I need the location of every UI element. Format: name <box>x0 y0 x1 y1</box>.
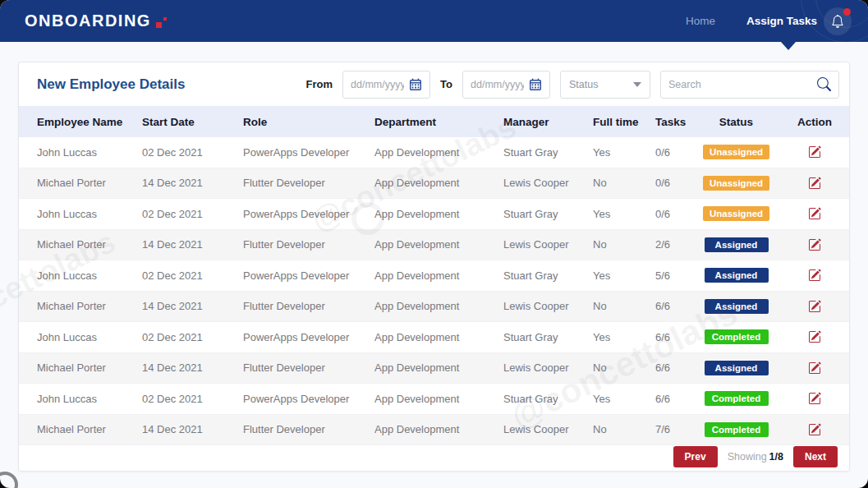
department-cell: App Development <box>374 269 503 282</box>
search-input[interactable] <box>668 79 812 90</box>
employee-name-cell: Michael Porter <box>37 300 142 312</box>
column-header-tasks: Tasks <box>655 116 692 128</box>
manager-cell: Stuart Gray <box>503 269 593 282</box>
table-row: Michael Porter 14 Dec 2021 Flutter Devel… <box>19 168 849 200</box>
column-header-manager: Manager <box>503 116 593 128</box>
notifications-button[interactable] <box>824 7 852 35</box>
edit-action-button[interactable] <box>806 360 823 376</box>
employee-name-cell: John Luccas <box>37 393 142 405</box>
edit-action-button[interactable] <box>806 175 823 191</box>
start-date-cell: 14 Dec 2021 <box>142 177 243 189</box>
manager-cell: Lewis Cooper <box>503 177 593 189</box>
status-cell: Completed <box>705 422 769 437</box>
status-select-value: Status <box>569 79 598 90</box>
status-cell: Completed <box>705 329 769 344</box>
brand-text: ONBOARDING <box>25 12 151 30</box>
action-cell <box>806 267 823 283</box>
prev-button[interactable]: Prev <box>673 446 718 467</box>
employee-name-cell: Michael Porter <box>37 361 142 374</box>
action-cell <box>806 175 823 191</box>
table-row: John Luccas 02 Dec 2021 PowerApps Develo… <box>19 260 849 292</box>
role-cell: PowerApps Developer <box>243 208 374 220</box>
from-date-input[interactable] <box>351 79 404 90</box>
manager-cell: Lewis Cooper <box>503 423 593 435</box>
calendar-icon[interactable] <box>529 78 542 91</box>
manager-cell: Lewis Cooper <box>503 300 593 312</box>
to-date-field <box>462 71 550 99</box>
brand-logo[interactable]: ONBOARDING <box>25 12 168 30</box>
edit-icon <box>808 177 821 190</box>
table-header: Employee NameStart DateRoleDepartmentMan… <box>19 106 849 137</box>
top-navbar: ONBOARDING HomeAssign Tasks <box>0 0 868 42</box>
edit-action-button[interactable] <box>806 298 823 315</box>
nav-link-home[interactable]: Home <box>686 15 715 27</box>
calendar-icon[interactable] <box>409 78 422 91</box>
pagination-bar: Prev Showing1/8 Next <box>19 445 849 472</box>
column-header-employee-name: Employee Name <box>37 116 142 128</box>
employee-details-card: New Employee Details From <box>18 62 850 472</box>
department-cell: App Development <box>374 238 503 251</box>
manager-cell: Stuart Gray <box>503 331 593 343</box>
employee-name-cell: Michael Porter <box>37 423 142 435</box>
action-cell <box>806 421 823 438</box>
edit-icon <box>808 300 821 313</box>
status-filter-select[interactable]: Status <box>560 71 650 99</box>
department-cell: App Development <box>374 300 503 312</box>
page-title: New Employee Details <box>37 76 185 93</box>
full-time-cell: Yes <box>593 269 655 282</box>
start-date-cell: 02 Dec 2021 <box>142 146 243 159</box>
table-row: Michael Porter 14 Dec 2021 Flutter Devel… <box>19 230 849 261</box>
to-date-input[interactable] <box>471 79 524 90</box>
status-badge: Completed <box>705 329 769 344</box>
tasks-cell: 2/6 <box>655 238 692 251</box>
full-time-cell: No <box>593 423 655 435</box>
edit-action-button[interactable] <box>806 205 823 222</box>
column-header-role: Role <box>243 116 374 128</box>
edit-icon <box>808 330 821 343</box>
status-cell: Unassigned <box>703 176 769 191</box>
tasks-cell: 6/6 <box>655 393 692 405</box>
start-date-cell: 14 Dec 2021 <box>142 423 243 435</box>
table-row: John Luccas 02 Dec 2021 PowerApps Develo… <box>19 322 849 353</box>
department-cell: App Development <box>374 208 503 220</box>
edit-action-button[interactable] <box>806 237 823 253</box>
manager-cell: Stuart Gray <box>503 208 593 220</box>
search-icon[interactable] <box>817 77 831 91</box>
status-badge: Completed <box>705 391 769 406</box>
department-cell: App Development <box>374 423 503 435</box>
next-button[interactable]: Next <box>793 446 838 467</box>
role-cell: PowerApps Developer <box>243 146 374 159</box>
status-badge: Assigned <box>705 237 769 252</box>
status-badge: Unassigned <box>703 206 769 221</box>
edit-action-button[interactable] <box>806 329 823 345</box>
tasks-cell: 6/6 <box>655 361 692 374</box>
showing-label: Showing <box>728 451 767 463</box>
edit-icon <box>808 361 821 375</box>
app-window: ONBOARDING HomeAssign Tasks @concettolab… <box>0 0 868 488</box>
page-indicator: 1/8 <box>769 451 783 463</box>
edit-action-button[interactable] <box>806 421 823 438</box>
edit-action-button[interactable] <box>806 144 823 160</box>
full-time-cell: No <box>593 177 655 189</box>
edit-icon <box>808 207 821 220</box>
action-cell <box>806 329 823 345</box>
employee-name-cell: Michael Porter <box>37 238 142 251</box>
manager-cell: Lewis Cooper <box>503 361 593 374</box>
status-cell: Completed <box>705 391 769 406</box>
status-badge: Assigned <box>705 268 769 283</box>
tasks-cell: 5/6 <box>655 269 692 282</box>
edit-action-button[interactable] <box>806 267 823 283</box>
bell-icon <box>831 15 844 28</box>
manager-cell: Stuart Gray <box>503 393 593 405</box>
search-field <box>660 71 839 99</box>
column-header-department: Department <box>374 116 503 128</box>
edit-action-button[interactable] <box>806 390 823 407</box>
column-header-full-time: Full time <box>593 116 655 128</box>
start-date-cell: 14 Dec 2021 <box>142 361 243 374</box>
status-cell: Assigned <box>705 361 769 375</box>
column-header-start-date: Start Date <box>142 116 243 128</box>
column-header-action: Action <box>797 116 832 128</box>
department-cell: App Development <box>374 177 503 189</box>
active-tab-pointer <box>781 42 796 50</box>
role-cell: PowerApps Developer <box>243 393 374 405</box>
